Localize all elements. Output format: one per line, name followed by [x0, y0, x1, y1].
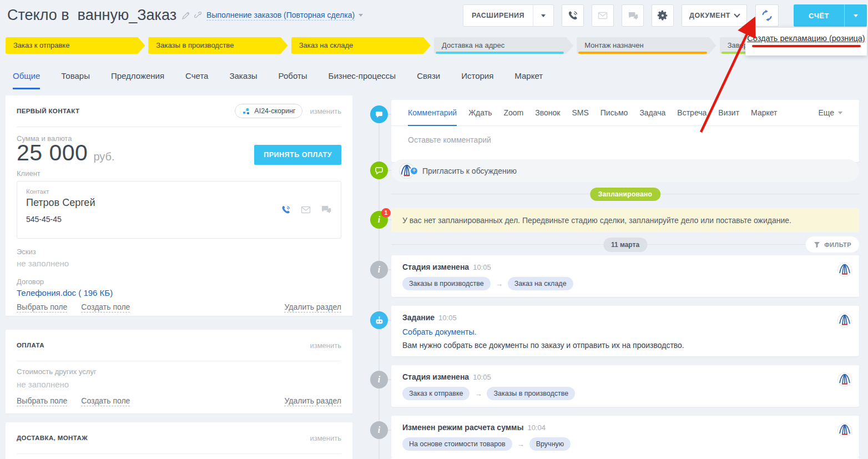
- invite-to-discussion[interactable]: + Пригласить к обсуждению: [391, 159, 859, 182]
- date-badge: 11 марта: [603, 238, 647, 252]
- tab-item[interactable]: История: [461, 71, 493, 89]
- stage-item[interactable]: Заказ на складе: [291, 37, 431, 54]
- timeline-tab[interactable]: Ждать: [468, 100, 492, 126]
- timeline-rail: [379, 107, 380, 459]
- create-complaint-item[interactable]: Создать рекламацию (розница): [747, 34, 865, 43]
- edit-title-icon[interactable]: [182, 12, 190, 19]
- discussion-bubble-icon: [370, 162, 388, 179]
- invoice-dropdown-button[interactable]: [845, 14, 867, 17]
- delete-section-link[interactable]: Удалить раздел: [284, 396, 341, 406]
- tab-item[interactable]: Общие: [13, 71, 40, 89]
- contract-file-link[interactable]: Телефония.doc ( 196 КБ): [17, 288, 113, 297]
- chevron-down-icon: [541, 14, 546, 17]
- ai-scoring-badge[interactable]: AI24-скоринг: [235, 104, 302, 118]
- timeline-tab[interactable]: Встреча: [677, 100, 706, 126]
- accept-payment-button[interactable]: ПРИНЯТЬ ОПЛАТУ: [254, 145, 341, 165]
- chat-contact-icon[interactable]: [320, 204, 332, 215]
- tab-more[interactable]: Еще: [819, 108, 843, 117]
- timeline-entry: iИзменен режим расчета суммы10:04На осно…: [391, 416, 859, 457]
- timeline-tabs: КомментарийЖдатьZoomЗвонокSMSПисьмоЗадач…: [391, 100, 859, 126]
- chat-button[interactable]: [622, 4, 644, 27]
- stage-from-badge: Заказы в производстве: [402, 277, 491, 290]
- comment-input[interactable]: Оставьте комментарий: [391, 126, 859, 154]
- create-field-link[interactable]: Создать поле: [81, 302, 130, 312]
- info-icon: i 1: [370, 211, 388, 229]
- info-icon: i: [370, 421, 388, 439]
- tab-item[interactable]: Товары: [61, 71, 90, 89]
- call-button[interactable]: [562, 4, 584, 27]
- timeline-tab[interactable]: Маркет: [751, 100, 777, 126]
- molecule-icon: [242, 107, 250, 115]
- call-contact-icon[interactable]: [280, 204, 291, 215]
- timeline-tab[interactable]: Комментарий: [408, 100, 457, 126]
- timeline-tab[interactable]: Задача: [639, 100, 665, 126]
- tab-item[interactable]: Маркет: [514, 71, 543, 89]
- stage-item[interactable]: Доставка на адрес: [434, 37, 573, 54]
- chevron-down-icon: [838, 112, 842, 114]
- timeline-tab[interactable]: Визит: [718, 100, 739, 126]
- document-label: ДОКУМЕНТ: [689, 12, 730, 19]
- pipeline-link[interactable]: Выполнение заказов (Повторная сделка): [206, 10, 355, 21]
- timeline-entry: iСтадия изменена10:05Заказы в производст…: [391, 255, 859, 297]
- select-field-link[interactable]: Выбрать поле: [17, 302, 67, 312]
- comment-bubble-icon: [370, 105, 388, 123]
- timeline-entry: Задание10:05Собрать документы.Вам нужно …: [391, 306, 859, 356]
- edit-section-link[interactable]: изменить: [310, 434, 341, 442]
- stage-from-badge: На основе стоимости товаров: [402, 437, 512, 451]
- email-contact-icon[interactable]: [300, 204, 311, 215]
- deal-stage-bar: Заказ к отправкеЗаказы в производствеЗак…: [6, 37, 862, 54]
- entry-time: 10:05: [438, 314, 457, 322]
- chevron-down-icon: [359, 14, 363, 17]
- timeline-tab[interactable]: Письмо: [600, 100, 628, 126]
- info-icon: i: [370, 261, 388, 279]
- entry-time: 10:04: [527, 423, 546, 432]
- chevron-down-icon: [734, 11, 740, 17]
- deal-currency: руб.: [93, 150, 114, 163]
- section-title: ОПЛАТА: [17, 342, 44, 349]
- entry-title: Стадия изменена: [402, 372, 469, 381]
- delete-section-link[interactable]: Удалить раздел: [284, 302, 341, 312]
- deal-amount: 25 000: [17, 140, 88, 166]
- business-process-button[interactable]: [755, 4, 779, 27]
- page-title: Стекло в ванную_Заказ: [7, 7, 176, 24]
- link-icon: [194, 12, 202, 19]
- extensions-label: РАСШИРЕНИЯ: [463, 12, 533, 19]
- extensions-button[interactable]: РАСШИРЕНИЯ: [463, 4, 554, 27]
- tab-item[interactable]: Заказы: [229, 71, 257, 89]
- planned-divider: Запланировано: [391, 188, 859, 201]
- tab-item[interactable]: Связи: [417, 71, 440, 89]
- tab-item[interactable]: Бизнес-процессы: [329, 71, 396, 89]
- task-link[interactable]: Собрать документы.: [402, 327, 848, 336]
- section-first-contact: ПЕРВЫЙ КОНТАКТ AI24-скоринг изменить Сум…: [6, 95, 352, 316]
- info-icon: i: [370, 371, 388, 389]
- phone-icon: [567, 9, 579, 22]
- robot-icon: [370, 311, 388, 329]
- avatar: [837, 263, 852, 277]
- stage-from-badge: Заказ к отправке: [402, 387, 470, 400]
- create-field-link[interactable]: Создать поле: [81, 396, 130, 406]
- tab-item[interactable]: Роботы: [279, 71, 307, 89]
- invoice-button[interactable]: СЧЁТ: [794, 4, 867, 27]
- header-actions: РАСШИРЕНИЯ ДОКУМЕНТ СЧЁТ: [455, 4, 867, 27]
- tab-item[interactable]: Счета: [185, 71, 208, 89]
- stage-item[interactable]: Заказы в производстве: [148, 37, 287, 54]
- email-button[interactable]: [592, 4, 614, 27]
- timeline-tab[interactable]: Zoom: [503, 100, 523, 126]
- stage-item[interactable]: Монтаж назначен: [577, 37, 716, 54]
- chevron-down-icon: [854, 14, 858, 17]
- sketch-label: Эскиз: [17, 248, 36, 256]
- edit-section-link[interactable]: изменить: [310, 107, 341, 115]
- filter-button[interactable]: ФИЛЬТР: [806, 236, 859, 253]
- document-button[interactable]: ДОКУМЕНТ: [682, 4, 747, 27]
- funnel-icon: [814, 241, 820, 248]
- edit-section-link[interactable]: изменить: [310, 341, 341, 350]
- timeline-tab[interactable]: Звонок: [535, 100, 560, 126]
- tab-item[interactable]: Предложения: [111, 71, 164, 89]
- select-field-link[interactable]: Выбрать поле: [17, 396, 67, 406]
- settings-button[interactable]: [652, 4, 674, 27]
- timeline-tab[interactable]: SMS: [572, 100, 588, 126]
- contact-phone: 545-45-45: [26, 215, 332, 224]
- contract-label: Договор: [17, 278, 44, 286]
- stage-item[interactable]: Заказ к отправке: [6, 37, 145, 54]
- mail-icon: [597, 10, 608, 21]
